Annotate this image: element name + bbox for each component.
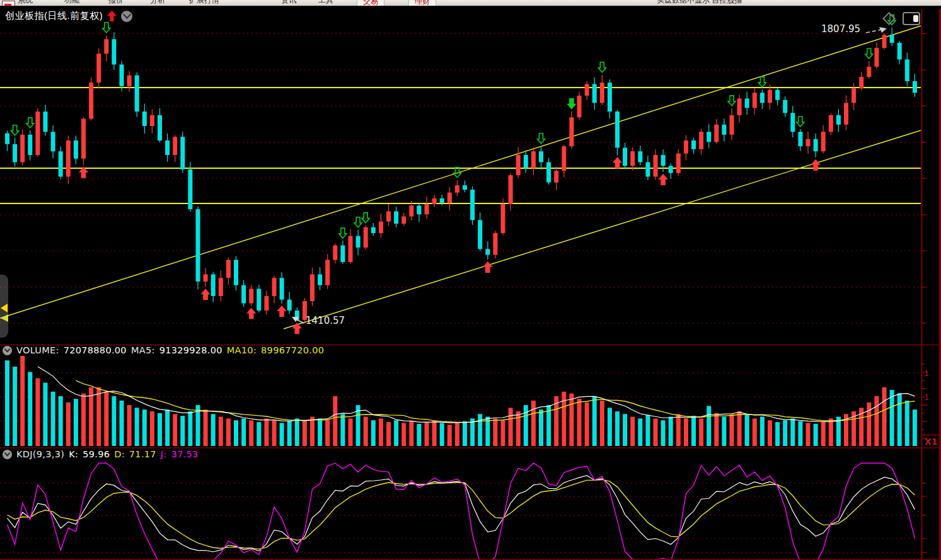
x1-zoom-badge: X1 xyxy=(925,437,938,447)
candlestick-chart-canvas[interactable] xyxy=(0,0,941,560)
volume-label: VOLUME: xyxy=(16,345,59,355)
kdj-d-value: 71.17 xyxy=(129,449,156,459)
chart-title: 创业板指(日线.前复权) xyxy=(5,10,103,22)
kdj-pane-header: KDJ(9,3,3) K: 59.96 D: 71.17 J: 37.53 xyxy=(3,449,199,459)
volume-axis-label: 1 xyxy=(924,369,929,378)
volume-ma10-value: 89967720.00 xyxy=(261,345,324,355)
kdj-label: KDJ(9,3,3) xyxy=(16,449,64,459)
kdj-chevron-down-icon[interactable] xyxy=(3,450,12,459)
volume-ma5-value: 91329928.00 xyxy=(159,345,222,355)
red-up-arrow-icon xyxy=(107,11,117,21)
volume-ma10-label: MA10: xyxy=(227,345,257,355)
volume-chevron-down-icon[interactable] xyxy=(3,346,12,355)
left-panel-handle[interactable] xyxy=(0,275,8,338)
volume-pane-header: VOLUME: 72078880.00 MA5: 91329928.00 MA1… xyxy=(3,345,324,355)
trading-app-window: 实盘数据不显示 自控股指 系统功能报价分析扩展行情资讯工具交易理财 创业板指(日… xyxy=(0,0,941,560)
kdj-j-label: J: xyxy=(161,449,167,459)
pane-corner-icons xyxy=(884,12,920,25)
volume-ma5-label: MA5: xyxy=(131,345,155,355)
kdj-k-value: 59.96 xyxy=(83,449,110,459)
volume-value: 72078880.00 xyxy=(64,345,127,355)
diamond-icon[interactable] xyxy=(882,12,896,25)
volume-axis-label: 1 xyxy=(924,392,929,402)
title-chevron-down-icon[interactable] xyxy=(121,11,132,22)
peak-price-annotation: 1807.95 xyxy=(821,23,860,35)
low-price-annotation: 1410.57 xyxy=(306,315,345,326)
trendline-start-arrow-icon xyxy=(1,304,8,312)
kdj-j-value: 37.53 xyxy=(171,449,199,459)
split-window-icon[interactable] xyxy=(903,12,920,25)
chart-title-row: 创业板指(日线.前复权) xyxy=(5,10,132,22)
kdj-d-label: D: xyxy=(114,449,125,459)
kdj-k-label: K: xyxy=(69,449,78,459)
